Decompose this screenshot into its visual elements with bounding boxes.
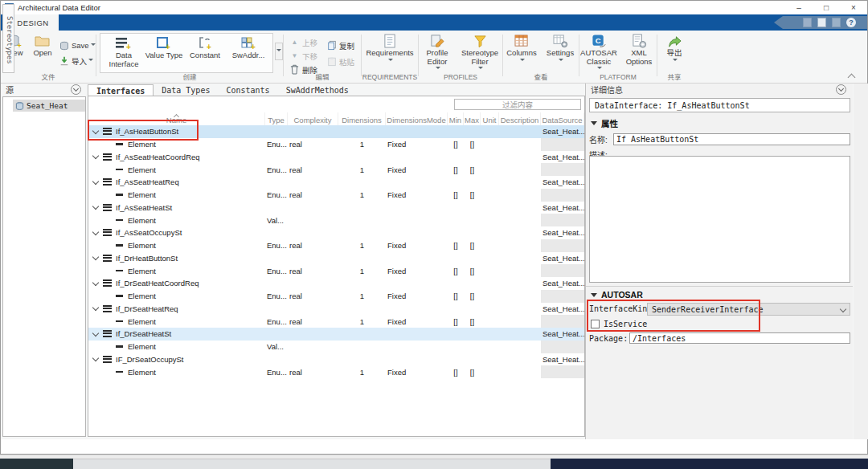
table-row-element[interactable]: ElementVal... <box>88 214 584 226</box>
column-header-unit[interactable]: Unit <box>481 112 499 125</box>
table-row-interface[interactable]: If_DrSeatHeatCoordReqSeat_Heat... <box>88 277 584 290</box>
column-header-max[interactable]: Max <box>464 112 481 125</box>
copy-button[interactable]: 复制 <box>326 39 354 51</box>
interface-kind-dropdown[interactable]: SenderReceiverInterface <box>647 303 850 316</box>
tab-data-types[interactable]: Data Types <box>154 84 218 96</box>
help-icon[interactable]: ? <box>846 18 856 27</box>
move-up-button[interactable]: ▲ 上移 <box>289 36 317 48</box>
column-header-min[interactable]: Min <box>448 112 464 125</box>
paste-quick-icon[interactable] <box>832 18 841 27</box>
max-cell: [] <box>464 290 481 303</box>
properties-section-header[interactable]: 属性 <box>589 117 850 128</box>
move-down-button[interactable]: ▼ 下移 <box>289 50 317 62</box>
column-header-complexity[interactable]: Complexity <box>288 112 338 125</box>
maximize-button[interactable]: □ <box>813 2 840 14</box>
paste-button[interactable]: 粘贴 <box>326 55 354 67</box>
column-header-description[interactable]: Description <box>499 112 541 125</box>
type-cell <box>265 202 288 214</box>
close-button[interactable]: × <box>840 2 867 14</box>
table-row-interface[interactable]: If_AsSeatHeatStSeat_Heat... <box>88 202 584 214</box>
constant-button[interactable]: + Constant <box>183 35 227 71</box>
table-row-interface[interactable]: If_DrHeatButtonStSeat_Heat... <box>88 252 584 265</box>
tree-expand-chevron-icon[interactable] <box>92 229 99 235</box>
requirements-button[interactable]: Requirements <box>363 33 416 64</box>
xml-options-button[interactable]: XML Options <box>621 33 657 66</box>
import-dropdown-caret-icon[interactable] <box>88 59 93 63</box>
tree-item-seat-heat[interactable]: Seat_Heat <box>13 100 85 112</box>
autosar-section-header[interactable]: AUTOSAR <box>589 289 850 300</box>
table-row-element[interactable]: ElementEnu...real1Fixed[][] <box>88 264 584 277</box>
table-row-element[interactable]: ElementVal... <box>88 341 584 353</box>
tab-swaddrmethods[interactable]: SwAddrMethods <box>278 84 357 96</box>
import-button[interactable]: 导入 <box>58 55 96 67</box>
table-row-interface[interactable]: If_DrSeatHeatReqSeat_Heat... <box>88 303 584 316</box>
save-dropdown-caret-icon[interactable] <box>91 43 96 48</box>
table-row-element[interactable]: ElementEnu...real1Fixed[][] <box>88 290 584 303</box>
autosar-classic-button[interactable]: C AUTOSAR Classic <box>579 33 618 72</box>
table-row-element[interactable]: ElementEnu...real1Fixed[][] <box>88 365 584 378</box>
settings-button[interactable]: Settings <box>542 33 578 64</box>
table-row-element[interactable]: ElementEnu...real1Fixed[][] <box>88 189 584 202</box>
tree-expand-chevron-icon[interactable] <box>92 355 99 361</box>
table-row-interface[interactable]: If_AsHeatButtonStSeat_Heat... <box>88 125 584 138</box>
desc-cell <box>499 163 541 176</box>
unit-cell <box>481 303 499 316</box>
package-input[interactable] <box>629 332 850 344</box>
table-row-interface[interactable]: If_DrSeatHeatStSeat_Heat... <box>88 328 584 341</box>
details-collapse-icon[interactable] <box>836 84 846 95</box>
interface-icon <box>103 305 112 312</box>
profile-editor-button[interactable]: Profile Editor <box>419 33 456 72</box>
table-row-interface[interactable]: IF_DrSeatOccupyStSeat_Heat... <box>88 353 584 366</box>
tree-expand-chevron-icon[interactable] <box>92 153 99 159</box>
tree-expand-chevron-icon[interactable] <box>92 330 99 336</box>
tab-interfaces[interactable]: Interfaces <box>88 84 154 96</box>
table-row-interface[interactable]: If_AsSeatOccupyStSeat_Heat... <box>88 226 584 239</box>
max-cell <box>464 176 481 189</box>
tree-expand-chevron-icon[interactable] <box>92 128 99 134</box>
tree-expand-chevron-icon[interactable] <box>92 178 99 185</box>
tab-design[interactable]: DESIGN <box>7 14 59 31</box>
column-header-dimensions[interactable]: Dimensions <box>338 112 386 125</box>
source-collapse-icon[interactable] <box>71 84 81 95</box>
table-row-interface[interactable]: If_AsSeatHeatReqSeat_Heat... <box>88 176 584 189</box>
minimize-button[interactable]: – <box>785 2 813 14</box>
ribbon-collapse-icon[interactable] <box>848 73 856 80</box>
swaddr-button[interactable]: + SwAddr... <box>227 35 270 71</box>
columns-button[interactable]: Columns <box>504 33 539 64</box>
community-icon[interactable] <box>803 18 812 27</box>
table-row-element[interactable]: ElementEnu...real1Fixed[][] <box>88 163 584 176</box>
save-button[interactable]: Save <box>58 39 96 51</box>
cpx-cell <box>288 214 338 226</box>
table-row-interface[interactable]: If_AsSeatHeatCoordReqSeat_Heat... <box>88 151 584 164</box>
table-row-element[interactable]: ElementEnu...real1Fixed[][] <box>88 138 584 151</box>
cpx-cell: real <box>288 163 338 176</box>
filter-input[interactable] <box>454 99 581 110</box>
create-gallery-overflow-button[interactable] <box>275 43 283 60</box>
tree-expand-chevron-icon[interactable] <box>92 279 99 286</box>
export-button[interactable]: 导出 <box>660 33 689 64</box>
table-row-element[interactable]: ElementEnu...real1Fixed[][] <box>88 239 584 252</box>
interface-icon <box>103 229 112 236</box>
desc-cell <box>499 353 541 366</box>
stereotype-filter-button[interactable]: Stereotype Filter <box>457 33 502 72</box>
tab-stereotypes[interactable]: Stereotypes <box>2 4 14 73</box>
open-button[interactable]: Open <box>30 33 55 58</box>
data-interface-button[interactable]: + Data Interface <box>103 35 145 71</box>
column-header-name[interactable]: Name <box>88 112 265 125</box>
copy-quick-icon[interactable] <box>817 18 826 27</box>
stereotype-filter-icon <box>473 33 487 49</box>
tree-expand-chevron-icon[interactable] <box>92 254 99 260</box>
desc-cell <box>499 202 541 214</box>
is-service-checkbox[interactable] <box>591 320 600 328</box>
column-header-type[interactable]: Type <box>265 112 288 125</box>
column-header-datasource[interactable]: DataSource <box>541 112 584 125</box>
tab-constants[interactable]: Constants <box>218 84 277 96</box>
name-input[interactable] <box>613 133 850 145</box>
value-type-button[interactable]: + Value Type <box>145 35 183 71</box>
column-header-dimensionsmode[interactable]: DimensionsMode <box>386 112 448 125</box>
description-textarea[interactable] <box>589 156 850 283</box>
tree-expand-chevron-icon[interactable] <box>92 304 99 311</box>
tree-expand-chevron-icon[interactable] <box>92 203 99 210</box>
ribbon: + New Open Save <box>1 31 867 84</box>
table-row-element[interactable]: ElementEnu...real1Fixed[][] <box>88 315 584 328</box>
